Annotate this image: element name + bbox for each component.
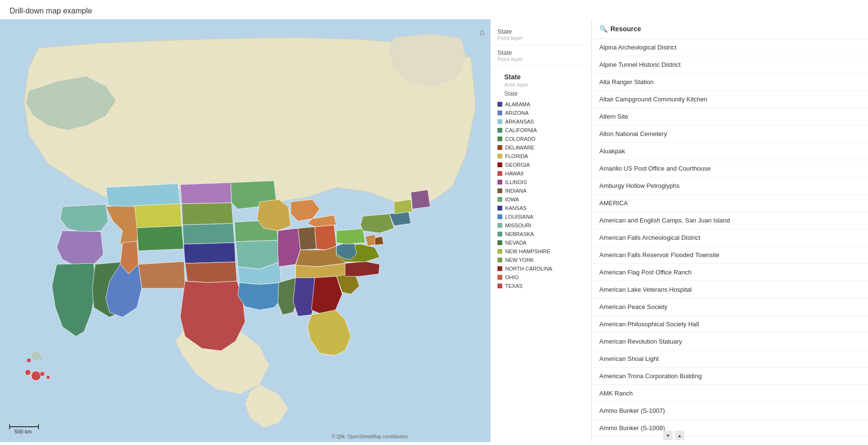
state-colorado[interactable] bbox=[137, 226, 184, 251]
home-button[interactable]: ⌂ bbox=[475, 25, 489, 39]
right-panel: 🔍 Resource Alpina Archeological District… bbox=[591, 19, 868, 442]
resource-item-0[interactable]: Alpina Archeological District bbox=[592, 39, 868, 56]
resource-item-7[interactable]: Amarillo US Post Office and Courthouse bbox=[592, 160, 868, 177]
resource-item-13[interactable]: American Flag Post Office Ranch bbox=[592, 264, 868, 281]
legend-color-colorado bbox=[497, 136, 502, 141]
legend-color-nebraska bbox=[497, 232, 502, 236]
hawaii-island-2 bbox=[25, 370, 31, 375]
legend-item-alabama[interactable]: ALABAMA bbox=[491, 100, 591, 109]
resource-item-3[interactable]: Altair Campground Community Kitchen bbox=[592, 91, 868, 108]
legend-color-california bbox=[497, 128, 502, 133]
resource-item-8[interactable]: Amburgy Hollow Petroglyphs bbox=[592, 177, 868, 195]
state-south-dakota[interactable] bbox=[182, 203, 233, 225]
legend-item-texas[interactable]: TEXAS bbox=[491, 282, 591, 290]
state-pennsylvania[interactable] bbox=[336, 229, 365, 244]
legend-label-ohio: OHIO bbox=[505, 274, 519, 280]
panel-section-2: State Point layer bbox=[491, 45, 591, 66]
state-oklahoma[interactable] bbox=[185, 262, 237, 283]
resource-item-22[interactable]: Ammo Bunker (S-1008) bbox=[592, 420, 868, 437]
legend-item-missouri[interactable]: MISSOURI bbox=[491, 221, 591, 230]
legend-label-texas: TEXAS bbox=[505, 283, 522, 289]
legend-label-arizona: ARIZONA bbox=[505, 110, 529, 116]
legend-color-georgia bbox=[497, 162, 502, 167]
resource-item-20[interactable]: AMK Ranch bbox=[592, 385, 868, 402]
legend-color-alabama bbox=[497, 102, 502, 107]
resource-item-4[interactable]: Altern Site bbox=[592, 108, 868, 125]
legend-color-missouri bbox=[497, 223, 502, 228]
resource-item-6[interactable]: Aluakpak bbox=[592, 143, 868, 160]
legend-color-ohio bbox=[497, 275, 502, 280]
state-nebraska[interactable] bbox=[183, 223, 235, 244]
resource-item-14[interactable]: American Lake Veterans Hospital bbox=[592, 281, 868, 298]
state-indiana[interactable] bbox=[298, 227, 316, 250]
resource-item-5[interactable]: Alton National Cemetery bbox=[592, 125, 868, 143]
legend-item-arizona[interactable]: ARIZONA bbox=[491, 109, 591, 117]
state-wyoming[interactable] bbox=[135, 204, 182, 228]
resource-item-23[interactable]: Ammunition Igloo bbox=[592, 437, 868, 442]
legend-label-louisiana: LOUISIANA bbox=[505, 214, 533, 220]
resource-item-2[interactable]: Alta Ranger Station bbox=[592, 74, 868, 91]
panel-sublabel-1: Point layer bbox=[497, 35, 584, 41]
legend-item-north-carolina[interactable]: NORTH CAROLINA bbox=[491, 264, 591, 273]
legend-color-arkansas bbox=[497, 119, 502, 124]
legend-item-georgia[interactable]: GEORGIA bbox=[491, 161, 591, 169]
state-delaware[interactable] bbox=[375, 236, 384, 245]
legend-color-new-hampshire bbox=[497, 249, 502, 254]
legend-item-new-hampshire[interactable]: NEW HAMPSHIRE bbox=[491, 247, 591, 256]
state-north-carolina[interactable] bbox=[345, 261, 380, 276]
legend-label-georgia: GEORGIA bbox=[505, 162, 530, 168]
right-panel-header: 🔍 Resource bbox=[592, 19, 868, 39]
legend-item-hawaii[interactable]: HAWAII bbox=[491, 169, 591, 178]
state-kansas[interactable] bbox=[184, 243, 236, 263]
legend-label-arkansas: ARKANSAS bbox=[505, 119, 534, 124]
resource-item-15[interactable]: American Peace Society bbox=[592, 298, 868, 316]
legend-item-florida[interactable]: FLORIDA bbox=[491, 152, 591, 161]
resource-item-17[interactable]: American Revolution Statuary bbox=[592, 333, 868, 350]
left-panel: State Point layer State Point layer Stat… bbox=[490, 19, 591, 442]
legend-item-indiana[interactable]: INDIANA bbox=[491, 186, 591, 195]
legend-color-indiana bbox=[497, 188, 502, 193]
legend-item-iowa[interactable]: IOWA bbox=[491, 195, 591, 204]
resource-item-16[interactable]: American Philosophical Society Hall bbox=[592, 316, 868, 333]
legend-label-new-hampshire: NEW HAMPSHIRE bbox=[505, 248, 550, 254]
legend-item-nebraska[interactable]: NEBRASKA bbox=[491, 230, 591, 238]
resource-item-12[interactable]: American Falls Reservoir Flooded Townsit… bbox=[592, 247, 868, 264]
legend-color-north-carolina bbox=[497, 266, 502, 271]
legend-item-kansas[interactable]: KANSAS bbox=[491, 204, 591, 212]
legend-area-label: Area layer bbox=[497, 82, 584, 89]
legend-color-delaware bbox=[497, 145, 502, 150]
resource-item-10[interactable]: American and English Camps, San Juan Isl… bbox=[592, 212, 868, 229]
state-montana[interactable] bbox=[106, 184, 180, 207]
legend-item-colorado[interactable]: COLORADO bbox=[491, 135, 591, 143]
legend-color-iowa bbox=[497, 197, 502, 202]
legend-item-new-york[interactable]: NEW YORK bbox=[491, 256, 591, 264]
legend-item-delaware[interactable]: DELAWARE bbox=[491, 143, 591, 152]
scroll-up-arrow[interactable]: ▲ bbox=[675, 431, 684, 440]
scroll-down-arrow[interactable]: ▼ bbox=[663, 431, 673, 440]
resource-item-11[interactable]: American Falls Archeological District bbox=[592, 229, 868, 247]
legend-item-nevada[interactable]: NEVADA bbox=[491, 238, 591, 247]
resource-item-18[interactable]: American Shoal Light bbox=[592, 350, 868, 368]
scroll-arrows: ▼ ▲ bbox=[663, 431, 684, 440]
legend-item-louisiana[interactable]: LOUISIANA bbox=[491, 212, 591, 221]
state-new-mexico[interactable] bbox=[138, 261, 185, 288]
legend-item-illinois[interactable]: ILLINOIS bbox=[491, 178, 591, 186]
legend-label-colorado: COLORADO bbox=[505, 136, 535, 142]
state-north-dakota[interactable] bbox=[180, 183, 232, 204]
state-new-hampshire[interactable] bbox=[394, 199, 412, 214]
legend-label-illinois: ILLINOIS bbox=[505, 179, 527, 185]
hawaii-main-island[interactable] bbox=[31, 371, 41, 381]
legend-item-ohio[interactable]: OHIO bbox=[491, 273, 591, 282]
state-maine[interactable] bbox=[411, 190, 430, 209]
resource-item-1[interactable]: Alpine Tunnel Historic District bbox=[592, 56, 868, 74]
legend-item-arkansas[interactable]: ARKANSAS bbox=[491, 117, 591, 126]
legend-label-california: CALIFORNIA bbox=[505, 127, 537, 133]
map-attribution: © Qlik: OpenStreetMap contributors bbox=[332, 434, 408, 439]
resource-item-21[interactable]: Ammo Bunker (S-1007) bbox=[592, 402, 868, 420]
resource-item-9[interactable]: AMERICA bbox=[592, 195, 868, 212]
legend-item-california[interactable]: CALIFORNIA bbox=[491, 126, 591, 135]
legend-color-florida bbox=[497, 154, 502, 159]
state-ohio[interactable] bbox=[315, 225, 336, 250]
resource-item-19[interactable]: American Trona Corporation Building bbox=[592, 368, 868, 385]
hawaii-island-3 bbox=[40, 371, 45, 376]
